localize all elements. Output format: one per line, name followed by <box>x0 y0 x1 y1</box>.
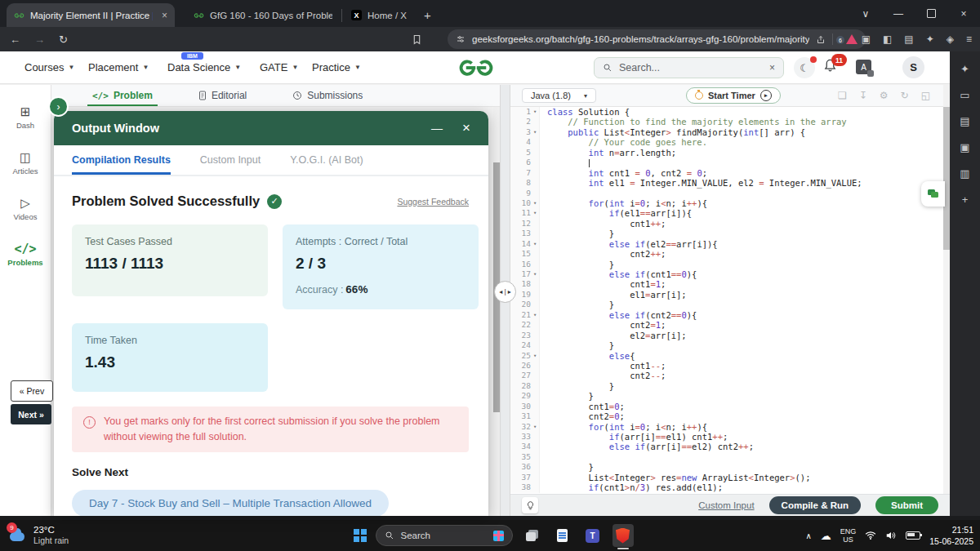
reload-icon[interactable]: ↻ <box>59 33 68 46</box>
fold-icon[interactable] <box>531 402 539 411</box>
code-line[interactable]: 11▾ if(el1==arr[i]){ <box>510 208 943 218</box>
tab-yogi-ai-bot[interactable]: Y.O.G.I. (AI Bot) <box>290 145 363 175</box>
fold-icon[interactable] <box>531 148 539 158</box>
compile-run-button[interactable]: Compile & Run <box>769 496 861 514</box>
nav-data-science[interactable]: Data Science▼ <box>167 61 241 73</box>
editor-settings-icon[interactable]: ⚙ <box>880 90 889 101</box>
rail-item-videos[interactable]: ▷ Videos <box>0 196 51 221</box>
rail-item-articles[interactable]: ◫ Articles <box>0 150 51 176</box>
fold-icon[interactable]: ▾ <box>531 107 539 117</box>
code-line[interactable]: 34 else if(arr[i]==el2) cnt2++; <box>510 442 943 451</box>
code-editor[interactable]: 1▾class Solution {2 // Function to find … <box>510 107 943 494</box>
language-select[interactable]: Java (1.8) ▾ <box>522 88 596 103</box>
fold-icon[interactable] <box>531 482 539 492</box>
fold-icon[interactable] <box>531 260 539 269</box>
left-panel-scrollbar[interactable] <box>493 107 500 516</box>
code-line[interactable]: 4 // Your code goes here. <box>510 137 943 147</box>
code-line[interactable]: 32▾ for(int i=0; i<n; i++){ <box>510 422 943 432</box>
fold-icon[interactable] <box>531 178 539 188</box>
code-line[interactable]: 30 cnt1=0; <box>510 402 943 411</box>
browser-tab-3[interactable]: X Home / X <box>344 3 414 27</box>
tray-chevron-icon[interactable]: ∧ <box>805 531 811 540</box>
download-code-icon[interactable]: ↧ <box>859 90 867 101</box>
fold-icon[interactable] <box>531 290 539 300</box>
suggest-feedback-link[interactable]: Suggest Feedback <box>397 197 469 207</box>
notepad-icon[interactable] <box>552 524 573 547</box>
code-line[interactable]: 19 el1=arr[i]; <box>510 290 943 300</box>
fold-icon[interactable]: ▾ <box>531 127 539 137</box>
minimize-output-icon[interactable]: — <box>431 122 443 135</box>
code-line[interactable]: 6 <box>510 158 943 167</box>
rail-item-problems[interactable]: </> Problems <box>0 242 51 267</box>
site-settings-icon[interactable] <box>456 34 466 44</box>
tab-problem[interactable]: </> Problem <box>87 85 158 106</box>
maximize-icon[interactable] <box>915 0 947 27</box>
code-line[interactable]: 29 } <box>510 391 943 401</box>
fold-icon[interactable] <box>531 361 539 371</box>
teams-icon[interactable]: T <box>582 524 604 547</box>
fold-icon[interactable]: ▾ <box>531 351 539 361</box>
code-line[interactable]: 21▾ else if(cnt2==0){ <box>510 310 943 320</box>
scrollbar-thumb[interactable] <box>943 107 950 250</box>
code-line[interactable]: 1▾class Solution { <box>510 107 943 117</box>
leo-ai-icon[interactable]: ✦ <box>926 33 934 45</box>
code-line[interactable]: 10▾ for(int i=0; i<n; i++){ <box>510 198 943 208</box>
nav-gate[interactable]: GATE▼ <box>260 61 298 73</box>
fold-icon[interactable] <box>531 381 539 391</box>
code-line[interactable]: 35 <box>510 452 943 462</box>
fold-icon[interactable] <box>531 442 539 451</box>
tab-search-icon[interactable]: ∨ <box>849 0 882 27</box>
battery-icon[interactable] <box>906 531 920 540</box>
rail-item-dash[interactable]: ⊞ Dash <box>0 104 51 130</box>
code-line[interactable]: 15 cnt2++; <box>510 249 943 259</box>
nav-practice[interactable]: Practice▼ <box>312 61 361 73</box>
tab-editorial[interactable]: Editorial <box>194 85 252 106</box>
solve-next-problem-link[interactable]: Day 7 - Stock Buy and Sell – Multiple Tr… <box>72 490 389 517</box>
fold-icon[interactable] <box>531 249 539 259</box>
fold-icon[interactable] <box>531 189 539 198</box>
tab-submissions[interactable]: Submissions <box>287 85 368 106</box>
hint-bulb-icon[interactable] <box>522 497 538 513</box>
fold-icon[interactable] <box>531 473 539 482</box>
fold-icon[interactable]: ▾ <box>531 310 539 320</box>
code-line[interactable]: 3▾ public List<Integer> findMajority(int… <box>510 127 943 137</box>
fold-icon[interactable] <box>531 340 539 350</box>
video-call-icon[interactable]: ▭ <box>960 89 969 101</box>
code-line[interactable]: 7 int cnt1 = 0, cnt2 = 0; <box>510 168 943 178</box>
expand-panel-button[interactable]: › <box>48 96 69 117</box>
fold-icon[interactable] <box>531 300 539 309</box>
fold-icon[interactable] <box>531 432 539 442</box>
minimize-icon[interactable]: — <box>882 0 915 27</box>
code-line[interactable]: 9 <box>510 189 943 198</box>
language-indicator[interactable]: ENGUS <box>840 527 857 544</box>
feedback-chat-widget[interactable] <box>921 181 945 207</box>
back-icon[interactable]: ← <box>10 33 20 46</box>
fold-icon[interactable] <box>531 137 539 147</box>
code-line[interactable]: 23 el2=arr[i]; <box>510 331 943 340</box>
code-line[interactable]: 27 cnt2--; <box>510 371 943 380</box>
code-line[interactable]: 25▾ else{ <box>510 351 943 361</box>
gfg-logo[interactable] <box>457 57 495 82</box>
code-line[interactable]: 14▾ else if(el2==arr[i]){ <box>510 239 943 249</box>
brave-browser-icon[interactable] <box>612 524 634 547</box>
clock[interactable]: 21:51 15-06-2025 <box>929 524 973 547</box>
wallet-icon[interactable]: ▤ <box>904 33 913 45</box>
tab-compilation-results[interactable]: Compilation Results <box>72 145 171 175</box>
code-line[interactable]: 2 // Function to find the majority eleme… <box>510 117 943 127</box>
bookmark-icon[interactable] <box>412 33 421 48</box>
weather-widget[interactable]: 9 23°C Light rain <box>7 523 69 546</box>
editor-scrollbar[interactable] <box>943 107 950 494</box>
code-line[interactable]: 12 cnt1++; <box>510 219 943 229</box>
close-output-icon[interactable]: × <box>462 120 470 136</box>
code-line[interactable]: 8 int el1 = Integer.MIN_VALUE, el2 = Int… <box>510 178 943 188</box>
code-line[interactable]: 5 int n=arr.length; <box>510 148 943 158</box>
code-line[interactable]: 36 } <box>510 462 943 472</box>
fold-icon[interactable]: ▾ <box>531 208 539 218</box>
prev-problem-button[interactable]: « Prev <box>11 380 53 402</box>
volume-icon[interactable] <box>885 531 897 540</box>
code-line[interactable]: 28 } <box>510 381 943 391</box>
fold-icon[interactable] <box>531 462 539 472</box>
tab-custom-input[interactable]: Custom Input <box>200 145 261 175</box>
fullscreen-icon[interactable]: ◱ <box>921 90 930 101</box>
code-line[interactable]: 26 cnt1--; <box>510 361 943 371</box>
